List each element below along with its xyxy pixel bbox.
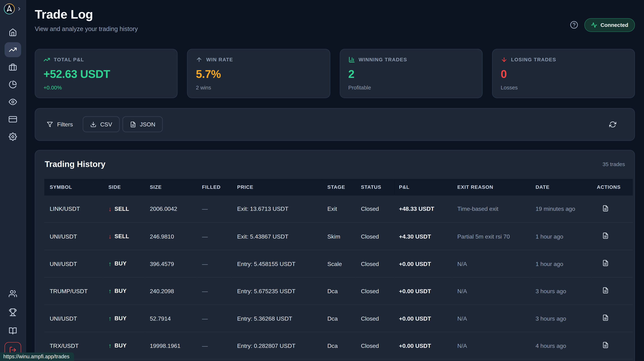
filters-button[interactable]: Filters <box>47 121 73 128</box>
sidebar-item-docs[interactable] <box>4 323 21 338</box>
trade-size: 2006.0042 <box>144 195 196 223</box>
trade-symbol: UNI/USDT <box>44 223 103 250</box>
sidebar-header <box>4 3 22 15</box>
trade-symbol: LINK/USDT <box>44 195 103 223</box>
trade-pnl: +0.00 USDT <box>394 304 452 332</box>
stat-label: LOSING TRADES <box>511 57 556 62</box>
side-arrow-icon: ↑ <box>108 342 112 349</box>
trade-stage: Scale <box>322 250 356 277</box>
page-title: Trade Log <box>35 8 138 22</box>
csv-button-label: CSV <box>100 121 112 128</box>
refresh-button[interactable] <box>609 121 616 128</box>
trade-price: Entry: 0.282807 USDT <box>232 332 322 359</box>
col-date: DATE <box>530 179 592 195</box>
export-json-button[interactable]: JSON <box>122 116 163 132</box>
trade-row: UNI/USDT ↑ BUY 396.4579 — Entry: 5.45815 <box>44 250 633 277</box>
stat-label: TOTAL P&L <box>54 57 84 62</box>
browser-status-url: https://winu.ampfi.app/trades <box>0 352 74 361</box>
col-status: STATUS <box>356 179 394 195</box>
arrow-up-icon <box>196 56 202 63</box>
book-open-icon <box>9 327 17 335</box>
trade-exit-reason: N/A <box>452 277 530 305</box>
stat-subtext: Losses <box>501 84 626 90</box>
help-button[interactable] <box>570 21 578 29</box>
trade-details-button[interactable] <box>597 342 609 348</box>
activity-pulse-icon <box>591 22 597 28</box>
trade-details-button[interactable] <box>597 260 609 266</box>
trades-table-wrap: SYMBOL SIDE SIZE FILLED PRICE STAGE STAT… <box>44 179 625 359</box>
trade-exit-reason: Partial 5m exit rsi 70 <box>452 223 530 250</box>
sidebar-bottom <box>4 286 21 357</box>
stat-card-winning-trades: WINNING TRADES 2 Profitable <box>340 49 482 98</box>
trade-price: Exit: 5.43867 USDT <box>232 223 322 250</box>
sidebar-item-trades[interactable] <box>4 42 21 57</box>
stat-value: 5.7% <box>196 68 322 81</box>
file-text-icon <box>602 205 609 211</box>
trade-symbol: UNI/USDT <box>44 304 103 332</box>
trade-actions <box>592 332 633 359</box>
trade-stage: Exit <box>322 195 356 223</box>
help-circle-icon <box>570 21 578 29</box>
trade-row: LINK/USDT ↓ SELL 2006.0042 — Exit: 13.67 <box>44 195 633 223</box>
trade-filled: — <box>196 195 232 223</box>
trade-size: 396.4579 <box>144 250 196 277</box>
trade-exit-reason: Time-based exit <box>452 195 530 223</box>
trade-stage: Dca <box>322 304 356 332</box>
col-price: PRICE <box>232 179 322 195</box>
trade-side: ↓ SELL <box>103 223 144 250</box>
stat-label: WINNING TRADES <box>358 57 407 62</box>
trade-status: Closed <box>356 195 394 223</box>
trade-exit-reason: N/A <box>452 332 530 359</box>
col-stage: STAGE <box>322 179 356 195</box>
file-text-icon <box>602 342 609 348</box>
trade-status: Closed <box>356 250 394 277</box>
side-arrow-icon: ↓ <box>108 205 112 212</box>
trade-actions <box>592 277 633 305</box>
stat-value: 2 <box>348 68 474 81</box>
stat-card-total-pnl: TOTAL P&L +52.63 USDT +0.00% <box>35 49 178 98</box>
sidebar-item-settings[interactable] <box>4 129 21 144</box>
sidebar-item-portfolio[interactable] <box>4 60 21 75</box>
trade-pnl: +0.00 USDT <box>394 250 452 277</box>
connection-status-badge[interactable]: Connected <box>584 18 635 32</box>
trade-details-button[interactable] <box>597 287 609 294</box>
trade-filled: — <box>196 304 232 332</box>
connection-status-label: Connected <box>600 22 628 28</box>
col-filled: FILLED <box>196 179 232 195</box>
trending-up-icon <box>9 46 17 54</box>
main-content: Trade Log View and analyze your trading … <box>26 0 644 361</box>
trade-details-button[interactable] <box>597 205 609 211</box>
sidebar-item-wallet[interactable] <box>4 112 21 127</box>
col-exit-reason: EXIT REASON <box>452 179 530 195</box>
settings-gear-icon <box>9 133 17 141</box>
sidebar-item-users[interactable] <box>4 286 21 301</box>
app-viewport: Trade Log View and analyze your trading … <box>0 0 644 361</box>
trade-stage: Dca <box>322 332 356 359</box>
trade-date: 1 hour ago <box>530 223 592 250</box>
sidebar-expand-button[interactable] <box>16 6 22 12</box>
trade-details-button[interactable] <box>597 232 609 239</box>
sidebar-item-leaderboard[interactable] <box>4 305 21 320</box>
trade-price: Entry: 5.458155 USDT <box>232 250 322 277</box>
trade-date: 19 minutes ago <box>530 195 592 223</box>
col-side: SIDE <box>103 179 144 195</box>
sidebar-item-watchlist[interactable] <box>4 95 21 110</box>
download-icon <box>90 121 96 127</box>
file-text-icon <box>130 121 136 127</box>
export-csv-button[interactable]: CSV <box>83 116 120 132</box>
side-label: SELL <box>114 233 129 239</box>
page-subtitle: View and analyze your trading history <box>35 25 138 32</box>
trade-details-button[interactable] <box>597 314 609 321</box>
sidebar-item-home[interactable] <box>4 25 21 40</box>
side-arrow-icon: ↑ <box>108 260 112 267</box>
sidebar-item-analytics[interactable] <box>4 77 21 92</box>
trade-symbol: TRUMP/USDT <box>44 277 103 305</box>
trade-size: 52.7914 <box>144 304 196 332</box>
side-label: SELL <box>114 206 129 212</box>
app-logo[interactable] <box>4 3 15 15</box>
arrow-down-icon <box>501 56 508 63</box>
file-text-icon <box>602 287 609 294</box>
stats-row: TOTAL P&L +52.63 USDT +0.00% WIN RATE 5.… <box>35 49 635 98</box>
trade-pnl: +4.30 USDT <box>394 223 452 250</box>
trade-size: 19998.1961 <box>144 332 196 359</box>
